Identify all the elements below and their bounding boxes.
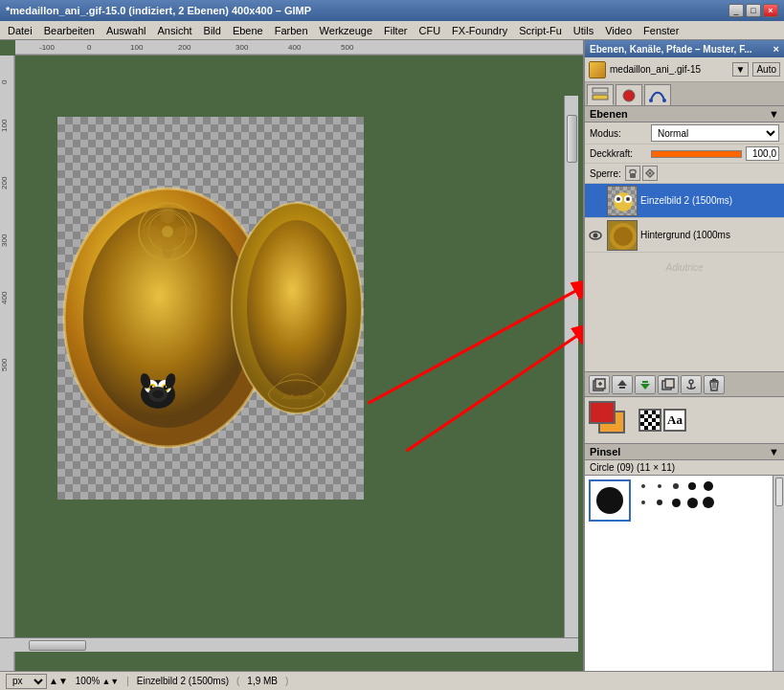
layer-visibility-2[interactable] — [587, 227, 604, 244]
delete-layer-button[interactable] — [704, 375, 725, 394]
maximize-button[interactable]: □ — [746, 4, 761, 17]
menu-ebene[interactable]: Ebene — [227, 23, 269, 38]
layer-item[interactable]: Einzelbild 2 (1500ms) — [585, 184, 784, 218]
sperre-label: Sperre: — [590, 168, 621, 179]
svg-point-51 — [662, 99, 666, 102]
brush-dot[interactable] — [641, 501, 645, 504]
file-icon — [589, 61, 606, 78]
svg-point-49 — [623, 90, 635, 101]
menu-werkzeuge[interactable]: Werkzeuge — [314, 23, 378, 38]
brush-item-selected[interactable] — [589, 479, 631, 522]
svg-text:300: 300 — [235, 43, 249, 52]
brush-dot[interactable] — [687, 498, 698, 508]
menu-auswahl[interactable]: Auswahl — [101, 23, 152, 38]
menu-bild[interactable]: Bild — [198, 23, 227, 38]
svg-text:400: 400 — [288, 43, 302, 52]
status-bar: px cm mm ▲▼ 100% ▲▼ | Einzelbild 2 (1500… — [0, 671, 784, 690]
brush-dot[interactable] — [641, 484, 645, 488]
menu-bearbeiten[interactable]: Bearbeiten — [38, 23, 101, 38]
svg-point-42 — [247, 220, 347, 396]
brush-scrollbar[interactable] — [773, 476, 784, 671]
panel-title: Ebenen, Kanäle, Pfade – Muster, F... — [590, 44, 752, 55]
menu-fenster[interactable]: Fenster — [638, 23, 684, 38]
menu-datei[interactable]: Datei — [2, 23, 38, 38]
file-dropdown[interactable]: ▼ — [732, 62, 750, 77]
scroll-thumb-horizontal[interactable] — [29, 640, 86, 651]
duplicate-layer-button[interactable] — [658, 375, 679, 394]
svg-text:100: 100 — [0, 119, 9, 132]
deckkraft-label: Deckkraft: — [590, 148, 647, 159]
unit-select[interactable]: px cm mm — [6, 674, 47, 689]
svg-text:200: 200 — [178, 43, 191, 52]
svg-point-26 — [162, 226, 173, 237]
brush-dot[interactable] — [673, 483, 679, 489]
brush-collapse[interactable]: ▼ — [769, 446, 779, 457]
tab-channels[interactable] — [616, 84, 642, 105]
ebenen-collapse[interactable]: ▼ — [769, 108, 779, 120]
auto-button[interactable]: Auto — [752, 62, 780, 77]
layers-panel: Ebenen, Kanäle, Pfade – Muster, F... × m… — [583, 40, 784, 671]
brush-section-header: Pinsel ▼ — [585, 444, 784, 460]
close-button[interactable]: × — [763, 4, 778, 17]
lock-position-button[interactable] — [642, 166, 658, 181]
svg-point-73 — [689, 380, 693, 384]
scroll-thumb-vertical[interactable] — [567, 115, 577, 163]
menu-script-fu[interactable]: Script-Fu — [513, 23, 568, 38]
menu-cfu[interactable]: CFU — [413, 23, 446, 38]
brush-dot[interactable] — [688, 482, 696, 490]
scrollbar-vertical[interactable] — [564, 96, 578, 637]
minimize-button[interactable]: _ — [728, 4, 744, 17]
canvas-image[interactable]: Adiutrice — [57, 117, 364, 500]
ebenen-label: Ebenen — [590, 108, 628, 120]
menu-utils[interactable]: Utils — [568, 23, 599, 38]
tab-paths[interactable] — [644, 84, 671, 105]
layer-list[interactable]: Einzelbild 2 (1500ms) Hintergrund (100 — [585, 184, 784, 372]
zoom-value: 100% — [76, 676, 101, 686]
brush-dot[interactable] — [657, 500, 662, 505]
panel-file-row: medaillon_ani_.gif-15 ▼ Auto — [585, 57, 784, 82]
new-layer-button[interactable] — [589, 375, 610, 394]
window-title: *medaillon_ani_.gif-15.0 (indiziert, 2 E… — [6, 5, 311, 16]
layer-name-1: Einzelbild 2 (1500ms) — [640, 195, 782, 206]
pattern-box[interactable] — [638, 409, 661, 432]
menu-ansicht[interactable]: Ansicht — [151, 23, 197, 38]
layer-name-2: Hintergrund (1000ms — [640, 230, 782, 240]
text-box[interactable]: Aa — [663, 409, 686, 432]
svg-text:500: 500 — [0, 358, 9, 371]
panel-tabs — [585, 82, 784, 106]
brush-scroll-thumb[interactable] — [775, 478, 783, 506]
layer-visibility-1[interactable] — [587, 192, 604, 210]
svg-text:400: 400 — [0, 291, 9, 304]
svg-text:Adiutrice: Adiutrice — [281, 392, 313, 401]
menu-video[interactable]: Video — [599, 23, 638, 38]
tab-layers[interactable] — [587, 84, 614, 105]
ruler-left: 0 100 200 300 400 500 — [0, 56, 15, 671]
deckkraft-value[interactable]: 100,0 — [746, 146, 779, 161]
brush-dot[interactable] — [703, 497, 714, 508]
lock-pixels-button[interactable] — [625, 166, 640, 181]
menu-fx-foundry[interactable]: FX-Foundry — [446, 23, 513, 38]
panel-close-button[interactable]: × — [773, 43, 779, 55]
svg-text:0: 0 — [0, 79, 9, 84]
brush-dot[interactable] — [672, 499, 681, 507]
svg-point-22 — [141, 226, 160, 237]
lower-layer-button[interactable] — [635, 375, 656, 394]
menu-filter[interactable]: Filter — [378, 23, 413, 38]
deckkraft-slider[interactable] — [651, 150, 742, 158]
anchor-layer-button[interactable] — [681, 375, 702, 394]
zoom-display: 100% ▲▼ — [76, 676, 119, 686]
raise-layer-button[interactable] — [612, 375, 633, 394]
layer-thumb-1 — [607, 186, 638, 216]
status-frame: Einzelbild 2 (1500ms) — [137, 676, 229, 686]
brush-dot[interactable] — [658, 484, 661, 488]
foreground-color-box[interactable] — [589, 401, 616, 424]
scrollbar-horizontal[interactable] — [0, 637, 578, 652]
menu-farben[interactable]: Farben — [269, 23, 314, 38]
brush-dot[interactable] — [704, 481, 713, 491]
layer-item[interactable]: Hintergrund (1000ms — [585, 218, 784, 253]
brush-grid[interactable] — [585, 476, 784, 671]
brush-grid-items[interactable] — [637, 479, 715, 522]
svg-point-60 — [626, 197, 630, 201]
modus-label: Modus: — [590, 128, 647, 139]
modus-select[interactable]: Normal Multiplizieren Bildschirm — [651, 124, 779, 142]
